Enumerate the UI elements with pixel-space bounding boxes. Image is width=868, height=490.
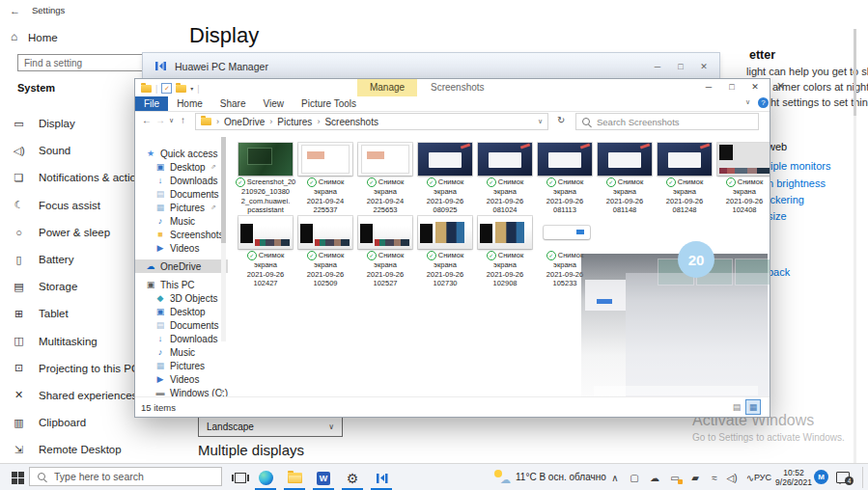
task-view-button[interactable] <box>235 473 246 483</box>
file-item[interactable]: ✓Снимокэкрана2021-09-26081024 <box>475 143 535 215</box>
file-item[interactable]: ✓Снимокэкрана2021-09-26081148 <box>595 143 655 215</box>
breadcrumb-item-screenshots[interactable]: Screenshots <box>324 117 378 127</box>
settings-link[interactable]: size <box>768 210 787 222</box>
tab-home[interactable]: Home <box>168 96 211 111</box>
ribbon-collapse-icon[interactable]: ∨ <box>745 98 750 106</box>
nav-item-onedrive[interactable]: ☁OneDrive <box>135 259 228 273</box>
taskbar-app-word[interactable]: W <box>311 470 336 486</box>
file-item[interactable]: ✓Screenshot_20210926_103802_com.huawei.p… <box>236 143 295 215</box>
nav-item-videos[interactable]: ▶Videos <box>135 372 228 386</box>
taskbar-app-settings[interactable]: ⚙ <box>340 470 365 486</box>
file-name-text: Screenshot_20 <box>247 177 295 187</box>
details-view-icon[interactable]: ▤ <box>730 400 743 414</box>
settings-link[interactable]: ickering <box>768 194 804 205</box>
network-icon[interactable]: ≈ <box>706 473 723 483</box>
huawei-pc-manager-window[interactable]: Huawei PC Manager ─ □ ✕ <box>143 53 719 79</box>
nav-item-documents[interactable]: ▤Documents <box>135 318 228 332</box>
battery-icon[interactable]: ▰ <box>686 473 704 483</box>
help-icon[interactable]: ? <box>758 97 769 108</box>
address-dropdown-icon[interactable]: ∨ <box>538 118 543 125</box>
orientation-dropdown[interactable]: Landscape ∨ <box>198 417 343 437</box>
nav-item-documents[interactable]: ▤Documents⇗ <box>135 187 228 201</box>
nav-item-quick-access[interactable]: ★Quick access <box>135 147 228 160</box>
taskbar-app-file-explorer[interactable] <box>282 470 307 486</box>
taskbar-search-box[interactable] <box>29 467 222 486</box>
chevron-up-icon[interactable]: ∧ <box>606 473 624 483</box>
nav-item-desktop[interactable]: ▣Desktop⇗ <box>135 160 228 174</box>
customize-toolbar-dropdown-icon[interactable]: ▾ <box>190 85 193 92</box>
onedrive-icon[interactable]: ☁ <box>646 473 663 483</box>
nav-scrollbar-thumb[interactable] <box>221 137 226 243</box>
nav-back-icon[interactable]: ← <box>142 115 152 125</box>
nav-item-3d-objects[interactable]: ◆3D Objects <box>135 291 228 305</box>
settings-link[interactable]: tiple monitors <box>768 160 830 172</box>
properties-check-icon[interactable]: ✓ <box>161 83 172 94</box>
recent-locations-icon[interactable]: ∨ <box>169 117 174 124</box>
tab-file[interactable]: File <box>135 96 168 111</box>
sidebar-item-home[interactable]: Home <box>28 32 58 43</box>
taskbar-app-edge[interactable] <box>253 470 278 486</box>
nav-item-desktop[interactable]: ▣Desktop <box>135 305 228 318</box>
sidebar-item-remote-desktop[interactable]: ⇲Remote Desktop <box>0 436 189 463</box>
screen-cast-icon[interactable]: ▭ <box>666 473 684 483</box>
nav-item-downloads[interactable]: ↓Downloads <box>135 332 228 345</box>
nav-item-this-pc[interactable]: ▣This PC <box>135 278 228 291</box>
show-desktop-divider[interactable] <box>862 467 863 488</box>
maximize-icon[interactable]: □ <box>669 62 692 71</box>
file-item[interactable]: ✓Снимокэкрана2021-09-26102427 <box>236 216 295 288</box>
nav-item-pictures[interactable]: ▦Pictures <box>135 359 228 372</box>
file-item[interactable]: ✓Снимокэкрана2021-09-24225537 <box>295 143 355 215</box>
new-folder-icon[interactable] <box>176 85 186 93</box>
nav-forward-icon[interactable]: → <box>155 115 165 125</box>
nav-item-music[interactable]: ♪Music <box>135 345 228 359</box>
file-item[interactable]: ✓Снимокэкрана2021-09-26102527 <box>355 216 415 288</box>
breadcrumb-item-pictures[interactable]: Pictures <box>277 117 312 127</box>
maximize-icon[interactable]: □ <box>720 79 743 95</box>
explorer-search-box[interactable] <box>575 113 759 130</box>
weather-text[interactable]: 11°C В осн. облачно <box>516 472 606 482</box>
tab-view[interactable]: View <box>255 96 294 111</box>
clock[interactable]: 10:52 9/26/2021 <box>775 468 812 487</box>
pen-icon[interactable]: ∿ <box>742 473 759 483</box>
file-item[interactable]: ✓Снимокэкрана2021-09-24225653 <box>355 143 415 215</box>
minimize-icon[interactable]: ─ <box>646 62 669 71</box>
thumbnails-view-icon[interactable]: ▦ <box>746 400 760 414</box>
nav-item-screenshots[interactable]: ■Screenshots <box>135 228 228 241</box>
tablet-mode-icon[interactable]: ▢ <box>626 473 643 483</box>
settings-link[interactable]: n brightness <box>768 177 826 189</box>
close-icon[interactable]: ✕ <box>692 62 715 71</box>
file-item[interactable]: ✓Снимокэкрана2021-09-26102509 <box>295 216 355 288</box>
nav-item-music[interactable]: ♪Music <box>135 214 228 228</box>
file-item[interactable]: ✓Снимокэкрана2021-09-26080925 <box>415 143 475 215</box>
minimize-icon[interactable]: ─ <box>697 79 720 95</box>
tab-share[interactable]: Share <box>211 96 255 111</box>
file-item[interactable]: ✓Снимокэкрана2021-09-26081113 <box>535 143 595 215</box>
settings-back-icon[interactable]: ← <box>10 5 20 16</box>
settings-link[interactable]: back <box>768 266 790 278</box>
file-item[interactable]: ✓Снимокэкрана2021-09-26081248 <box>655 143 714 215</box>
refresh-icon[interactable]: ↻ <box>557 115 565 125</box>
background-window-close-icon[interactable]: ✕ <box>776 80 785 93</box>
folder-icon[interactable] <box>141 85 152 93</box>
nav-up-icon[interactable]: ↑ <box>181 115 185 125</box>
huawei-tray-icon[interactable]: M <box>814 470 828 484</box>
volume-icon[interactable]: ◁) <box>723 473 741 483</box>
file-item[interactable]: ✓Снимокэкрана2021-09-26102408 <box>714 143 770 215</box>
nav-item-downloads[interactable]: ↓Downloads⇗ <box>135 174 228 187</box>
start-button[interactable] <box>12 472 17 477</box>
nav-item-pictures[interactable]: ▦Pictures⇗ <box>135 201 228 214</box>
taskbar-search-input[interactable] <box>52 470 210 483</box>
tab-picture-tools[interactable]: Picture Tools <box>293 96 365 111</box>
breadcrumb-item-onedrive[interactable]: OneDrive <box>224 117 265 127</box>
address-bar[interactable]: ›OneDrive›Pictures›Screenshots ∨ <box>195 113 548 130</box>
file-item[interactable]: ✓Снимокэкрана2021-09-26102730 <box>415 216 475 288</box>
file-item[interactable]: ✓Снимокэкрана2021-09-26102908 <box>475 216 535 288</box>
taskbar-app-huawei-pc-manager[interactable] <box>369 470 394 486</box>
manage-contextual-tab[interactable]: Manage <box>357 79 417 96</box>
nav-item-videos[interactable]: ▶Videos <box>135 241 228 255</box>
settings-scrollbar-thumb[interactable] <box>854 29 856 116</box>
nav-scroll-down-icon[interactable]: ∨ <box>219 388 224 395</box>
weather-icon[interactable] <box>494 470 510 484</box>
close-icon[interactable]: ✕ <box>743 79 767 95</box>
explorer-search-input[interactable] <box>595 116 743 128</box>
